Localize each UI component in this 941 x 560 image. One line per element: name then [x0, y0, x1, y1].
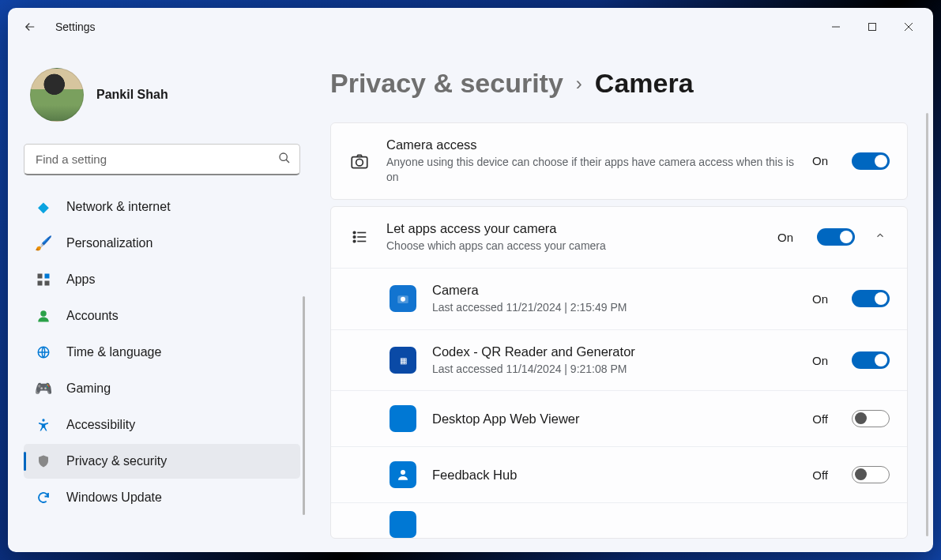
titlebar: Settings	[8, 8, 933, 46]
accessibility-icon	[35, 416, 52, 434]
account-icon	[35, 307, 52, 325]
app-sub: Last accessed 11/21/2024 | 2:15:49 PM	[432, 300, 796, 315]
list-icon	[348, 228, 371, 246]
svg-point-20	[401, 297, 405, 302]
app-name: Camera	[432, 283, 796, 298]
breadcrumb: Privacy & security › Camera	[330, 68, 908, 99]
sidebar-item-label: Privacy & security	[66, 454, 167, 468]
app-row-codex: ▦ Codex - QR Reader and Generator Last a…	[331, 330, 907, 392]
breadcrumb-current: Camera	[595, 68, 694, 99]
sidebar-item-label: Apps	[66, 272, 95, 287]
main-content: Privacy & security › Camera Camera acces…	[316, 46, 933, 552]
svg-point-13	[353, 231, 356, 234]
svg-rect-6	[38, 281, 43, 286]
close-button[interactable]	[890, 14, 927, 39]
let-apps-row[interactable]: Let apps access your camera Choose which…	[331, 207, 907, 269]
toggle-state: Off	[812, 468, 828, 482]
sidebar-item-windows-update[interactable]: Windows Update	[24, 480, 300, 515]
app-icon	[390, 511, 416, 538]
window-controls	[818, 14, 927, 39]
svg-rect-7	[45, 281, 50, 286]
nav: ◆ Network & internet 🖌️ Personalization …	[24, 190, 300, 515]
svg-rect-1	[869, 24, 876, 31]
sidebar-item-accessibility[interactable]: Accessibility	[24, 408, 300, 442]
search-input[interactable]	[24, 144, 300, 175]
camera-access-row: Camera access Anyone using this device c…	[331, 123, 907, 199]
toggle-state: On	[777, 231, 793, 244]
minimize-button[interactable]	[818, 14, 854, 39]
app-row-feedback-hub: Feedback Hub Off	[331, 447, 907, 503]
sidebar-item-label: Windows Update	[66, 490, 162, 505]
wifi-icon: ◆	[35, 198, 52, 216]
svg-point-17	[353, 240, 356, 242]
sidebar-item-label: Accessibility	[66, 418, 135, 432]
svg-point-12	[356, 159, 363, 166]
arrow-left-icon	[23, 20, 37, 34]
globe-icon	[35, 344, 52, 361]
profile-block[interactable]: Pankil Shah	[24, 52, 300, 144]
camera-access-toggle[interactable]	[852, 152, 890, 170]
window-title: Settings	[55, 21, 96, 33]
sidebar-item-accounts[interactable]: Accounts	[24, 299, 300, 333]
toggle-state: On	[812, 354, 828, 367]
app-row-partial	[331, 503, 907, 538]
toggle-state: On	[812, 154, 828, 167]
sidebar-item-network[interactable]: ◆ Network & internet	[24, 190, 300, 224]
content-scrollbar[interactable]	[926, 113, 928, 536]
setting-title: Camera access	[386, 137, 796, 152]
sidebar-item-apps[interactable]: Apps	[24, 262, 300, 297]
sidebar-item-label: Personalization	[66, 236, 152, 250]
app-name: Codex - QR Reader and Generator	[432, 344, 796, 359]
app-toggle[interactable]	[852, 290, 890, 307]
breadcrumb-parent[interactable]: Privacy & security	[330, 68, 563, 99]
sidebar-item-personalization[interactable]: 🖌️ Personalization	[24, 226, 300, 261]
sidebar-item-privacy-security[interactable]: Privacy & security	[24, 444, 300, 479]
camera-icon	[348, 151, 371, 171]
search-icon	[278, 152, 291, 167]
setting-desc: Choose which apps can access your camera	[386, 239, 762, 254]
app-toggle[interactable]	[852, 466, 890, 483]
app-name: Desktop App Web Viewer	[432, 412, 796, 427]
close-icon	[904, 22, 913, 32]
shield-icon	[35, 453, 52, 470]
apps-icon	[35, 271, 52, 288]
toggle-state: Off	[812, 412, 828, 426]
back-button[interactable]	[14, 11, 46, 43]
let-apps-card: Let apps access your camera Choose which…	[330, 206, 908, 539]
sidebar-item-label: Network & internet	[66, 200, 171, 214]
app-icon	[390, 461, 416, 488]
maximize-button[interactable]	[854, 14, 890, 39]
let-apps-toggle[interactable]	[817, 228, 855, 246]
sidebar-scrollbar[interactable]	[303, 296, 305, 515]
sidebar-item-label: Time & language	[66, 345, 161, 359]
svg-rect-4	[38, 274, 43, 279]
update-icon	[35, 489, 52, 506]
svg-point-21	[401, 470, 405, 475]
avatar	[30, 68, 84, 122]
toggle-state: On	[812, 292, 828, 306]
app-toggle[interactable]	[852, 351, 890, 369]
user-name: Pankil Shah	[96, 88, 168, 102]
sidebar-item-label: Gaming	[66, 381, 111, 396]
app-sub: Last accessed 11/14/2024 | 9:21:08 PM	[432, 362, 796, 377]
app-row-camera: Camera Last accessed 11/21/2024 | 2:15:4…	[331, 269, 907, 330]
app-toggle[interactable]	[852, 410, 890, 427]
svg-rect-5	[45, 274, 50, 279]
sidebar-item-time-language[interactable]: Time & language	[24, 335, 300, 370]
app-icon	[390, 405, 416, 432]
svg-point-2	[280, 153, 287, 160]
svg-point-8	[40, 310, 47, 317]
svg-point-10	[42, 419, 44, 421]
sidebar-item-gaming[interactable]: 🎮 Gaming	[24, 371, 300, 406]
chevron-up-icon[interactable]	[871, 230, 890, 244]
gaming-icon: 🎮	[35, 380, 52, 397]
chevron-right-icon: ›	[576, 73, 582, 95]
app-icon	[390, 285, 416, 312]
sidebar-item-label: Accounts	[66, 309, 119, 323]
app-row-desktop-webviewer: Desktop App Web Viewer Off	[331, 391, 907, 447]
camera-access-card: Camera access Anyone using this device c…	[330, 122, 908, 200]
brush-icon: 🖌️	[35, 235, 52, 252]
setting-title: Let apps access your camera	[386, 221, 762, 236]
svg-line-3	[286, 160, 289, 163]
maximize-icon	[868, 22, 877, 32]
